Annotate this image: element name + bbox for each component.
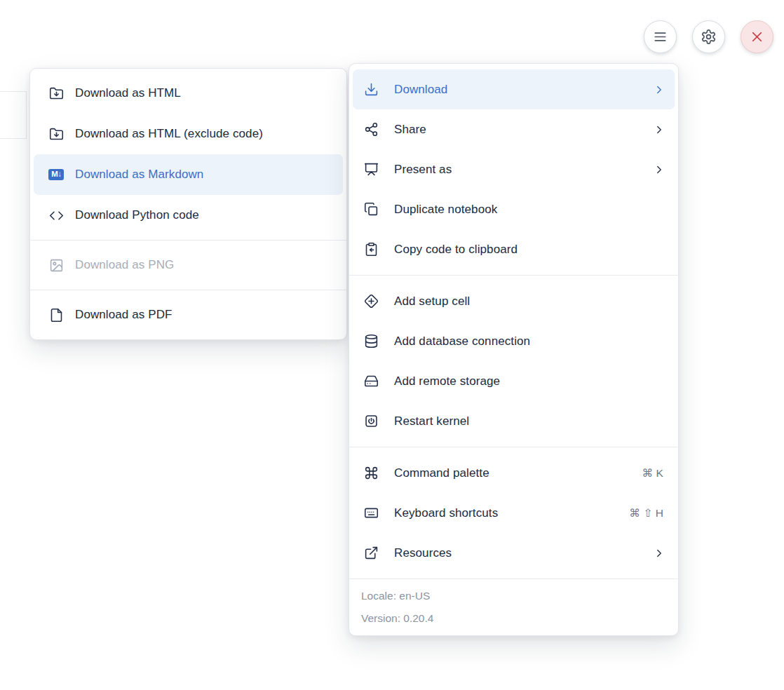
menu-group: Download as PNG bbox=[30, 240, 346, 290]
hamburger-icon bbox=[652, 29, 668, 45]
menu-item-add-setup-cell[interactable]: Add setup cell bbox=[353, 281, 675, 321]
menu-item-download-python-code[interactable]: Download Python code bbox=[34, 195, 343, 236]
menu-item-duplicate-notebook[interactable]: Duplicate notebook bbox=[353, 189, 675, 229]
menu-item-label: Add setup cell bbox=[394, 295, 665, 309]
notebook-menu-button[interactable] bbox=[644, 20, 677, 53]
menu-item-label: Resources bbox=[394, 546, 644, 560]
menu-item-download[interactable]: Download bbox=[353, 69, 675, 109]
clipboard-copy-icon bbox=[363, 242, 379, 257]
database-icon bbox=[363, 334, 379, 349]
menu-footer: Locale: en-USVersion: 0.20.4 bbox=[349, 579, 678, 635]
menu-item-label: Download as HTML (exclude code) bbox=[75, 127, 334, 141]
keyboard-shortcut-hint: ⌘ K bbox=[642, 467, 663, 480]
menu-item-share[interactable]: Share bbox=[353, 109, 675, 149]
menu-item-add-database-connection[interactable]: Add database connection bbox=[353, 321, 675, 361]
menu-item-download-as-html[interactable]: Download as HTML bbox=[34, 73, 343, 114]
menu-item-label: Restart kernel bbox=[394, 414, 665, 428]
chevron-right-icon bbox=[653, 123, 665, 136]
footer-locale: Locale: en-US bbox=[361, 590, 666, 602]
settings-button[interactable] bbox=[692, 20, 725, 53]
external-link-icon bbox=[363, 546, 379, 561]
menu-item-download-as-png: Download as PNG bbox=[34, 245, 343, 285]
download-icon bbox=[363, 82, 379, 97]
menu-group: DownloadSharePresent asDuplicate noteboo… bbox=[349, 64, 678, 275]
menu-item-label: Download as PDF bbox=[75, 308, 334, 322]
file-icon bbox=[48, 307, 64, 323]
command-icon bbox=[363, 466, 379, 481]
menu-item-label: Share bbox=[394, 123, 644, 137]
diamond-plus-icon bbox=[363, 294, 379, 309]
keyboard-shortcut-hint: ⌘ ⇧ H bbox=[629, 507, 663, 520]
menu-item-restart-kernel[interactable]: Restart kernel bbox=[353, 401, 675, 441]
underlying-cell-border bbox=[0, 91, 27, 139]
menu-item-label: Command palette bbox=[394, 466, 634, 480]
menu-item-download-as-html-exclude-code[interactable]: Download as HTML (exclude code) bbox=[34, 114, 343, 154]
menu-item-label: Add database connection bbox=[394, 334, 665, 349]
menu-item-add-remote-storage[interactable]: Add remote storage bbox=[353, 361, 675, 401]
keyboard-icon bbox=[363, 506, 379, 521]
share-icon bbox=[363, 122, 379, 137]
menu-item-label: Download as PNG bbox=[75, 258, 334, 272]
menu-item-label: Download bbox=[394, 83, 644, 97]
menu-item-present-as[interactable]: Present as bbox=[353, 149, 675, 189]
close-icon bbox=[749, 29, 765, 45]
chevron-right-icon bbox=[653, 547, 665, 560]
menu-group: Add setup cellAdd database connectionAdd… bbox=[349, 275, 678, 447]
presentation-icon bbox=[363, 162, 379, 177]
folder-down-icon bbox=[48, 86, 64, 101]
menu-item-label: Download Python code bbox=[75, 208, 334, 222]
menu-item-copy-code-to-clipboard[interactable]: Copy code to clipboard bbox=[353, 229, 675, 269]
gear-icon bbox=[701, 29, 717, 45]
shutdown-button[interactable] bbox=[741, 20, 773, 53]
download-submenu: Download as HTMLDownload as HTML (exclud… bbox=[29, 68, 347, 340]
markdown-badge-icon: M↓ bbox=[48, 167, 64, 182]
menu-item-label: Present as bbox=[394, 163, 644, 177]
footer-version: Version: 0.20.4 bbox=[361, 612, 666, 624]
menu-item-download-as-pdf[interactable]: Download as PDF bbox=[34, 295, 343, 335]
code-icon bbox=[48, 208, 64, 223]
menu-item-keyboard-shortcuts[interactable]: Keyboard shortcuts⌘ ⇧ H bbox=[353, 493, 675, 533]
menu-item-resources[interactable]: Resources bbox=[353, 533, 675, 573]
menu-item-download-as-markdown[interactable]: M↓Download as Markdown bbox=[34, 154, 343, 195]
menu-group: Download as PDF bbox=[30, 290, 346, 339]
chevron-right-icon bbox=[653, 83, 665, 96]
menu-item-label: Copy code to clipboard bbox=[394, 243, 665, 257]
chevron-right-icon bbox=[653, 163, 665, 176]
image-icon bbox=[48, 257, 64, 273]
menu-group: Command palette⌘ KKeyboard shortcuts⌘ ⇧ … bbox=[349, 447, 678, 579]
menu-item-label: Download as HTML bbox=[75, 86, 334, 100]
folder-down-icon bbox=[48, 126, 64, 142]
menu-item-label: Duplicate notebook bbox=[394, 203, 665, 217]
menu-item-label: Keyboard shortcuts bbox=[394, 506, 621, 520]
menu-item-command-palette[interactable]: Command palette⌘ K bbox=[353, 453, 675, 493]
menu-item-label: Add remote storage bbox=[394, 374, 665, 388]
notebook-actions-menu: DownloadSharePresent asDuplicate noteboo… bbox=[349, 63, 679, 636]
menu-item-label: Download as Markdown bbox=[75, 168, 334, 182]
power-square-icon bbox=[363, 414, 379, 429]
notebook-action-toolbar bbox=[644, 20, 773, 53]
copy-icon bbox=[363, 202, 379, 217]
hard-drive-icon bbox=[363, 374, 379, 389]
menu-group: Download as HTMLDownload as HTML (exclud… bbox=[30, 69, 346, 240]
